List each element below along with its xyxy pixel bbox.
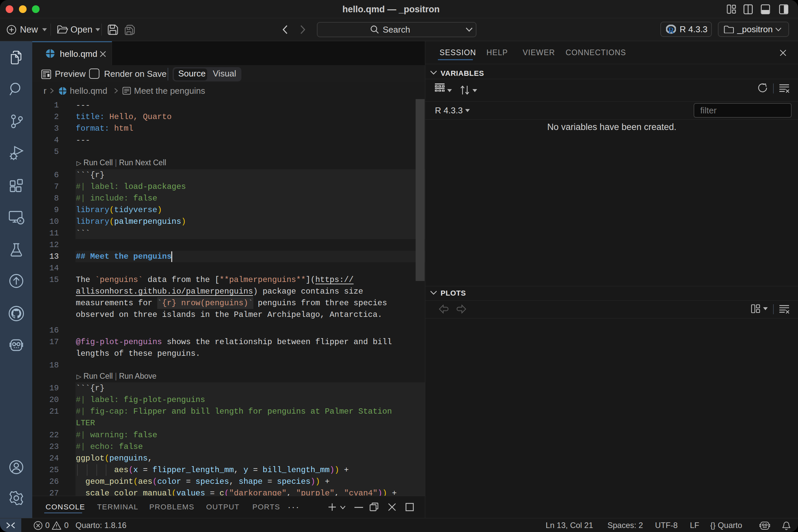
svg-text:R: R — [668, 26, 674, 35]
